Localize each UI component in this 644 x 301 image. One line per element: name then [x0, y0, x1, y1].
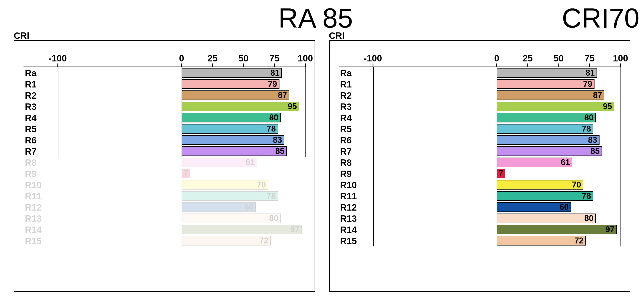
bar-row: R480 — [24, 112, 306, 123]
chart-right-axis: -1000255075100 — [339, 53, 621, 67]
bar-row: R785 — [339, 146, 621, 157]
bar: 95 — [497, 102, 614, 111]
bar: 78 — [497, 191, 593, 201]
bar-row: R395 — [339, 101, 621, 112]
row-label: R14 — [339, 224, 372, 235]
bar: 70 — [497, 180, 583, 190]
bar: 80 — [182, 213, 280, 223]
bar: 95 — [182, 102, 299, 111]
bar-row: R395 — [24, 101, 306, 112]
axis-tick: 100 — [613, 53, 628, 64]
row-label: R3 — [339, 101, 372, 112]
bar: 78 — [182, 124, 278, 134]
bar-value: 70 — [257, 180, 266, 190]
axis-tick: 75 — [584, 53, 595, 64]
axis-tick: -100 — [48, 53, 67, 64]
bar-value: 85 — [590, 146, 600, 156]
row-label: R5 — [24, 124, 57, 134]
bar-row: R1070 — [24, 179, 306, 190]
row-label: R9 — [24, 169, 57, 179]
bar-row: Ra81 — [24, 67, 306, 79]
row-label: R13 — [339, 213, 372, 224]
title-right: CRI70 — [562, 2, 640, 34]
bar: 7 — [182, 169, 190, 178]
bar-row: R1497 — [24, 224, 306, 235]
bar-value: 97 — [606, 225, 614, 234]
bar-value: 97 — [290, 225, 299, 234]
bar-value: 60 — [244, 202, 254, 212]
bar: 78 — [182, 191, 278, 201]
row-label: R11 — [339, 191, 372, 201]
bar-value: 87 — [278, 90, 287, 100]
bar-value: 80 — [269, 213, 278, 223]
axis-tick: 75 — [270, 53, 280, 64]
bar-value: 72 — [574, 236, 584, 245]
bar-row: R1070 — [339, 179, 621, 190]
row-label: R8 — [24, 157, 57, 168]
bar-row: R287 — [339, 90, 621, 101]
bar: 60 — [182, 202, 256, 212]
bar: 83 — [497, 135, 599, 145]
bar-row: R97 — [339, 168, 621, 179]
row-label: R7 — [339, 146, 372, 156]
bar-value: 95 — [288, 102, 297, 111]
bar-value: 70 — [572, 180, 581, 190]
bar-value: 81 — [270, 68, 280, 78]
row-label: R5 — [339, 124, 372, 134]
title-left: RA 85 — [278, 2, 353, 34]
bar-row: R861 — [339, 157, 621, 168]
bar: 85 — [497, 146, 602, 156]
row-label: R7 — [24, 146, 57, 156]
bar: 81 — [182, 68, 282, 78]
bar-value: 61 — [561, 158, 570, 167]
bar: 61 — [182, 158, 257, 167]
bar-value: 78 — [267, 191, 276, 201]
row-label: Ra — [24, 68, 57, 78]
bar: 85 — [182, 146, 287, 156]
axis-tick: 25 — [523, 53, 533, 64]
bar-row: Ra81 — [339, 67, 621, 79]
bar-row: R578 — [339, 123, 621, 135]
bar-row: R578 — [24, 123, 306, 135]
bar-row: R480 — [339, 112, 621, 123]
bar: 60 — [497, 202, 571, 212]
bar-value: 80 — [269, 113, 278, 122]
row-label: R15 — [339, 236, 372, 246]
chart-left-plot: -1000255075100 Ra81R179R287R395R480R578R… — [24, 53, 306, 277]
bar-value: 78 — [582, 191, 591, 201]
row-label: R2 — [339, 90, 372, 101]
bar-value: 80 — [584, 113, 593, 122]
bar-value: 7 — [184, 169, 188, 178]
bar-value: 80 — [584, 213, 593, 223]
bar-row: R861 — [24, 157, 306, 168]
row-label: R11 — [24, 191, 57, 201]
chart-right-frame: -1000255075100 Ra81R179R287R395R480R578R… — [329, 40, 630, 292]
bar-value: 78 — [582, 124, 591, 134]
bar: 80 — [497, 213, 596, 223]
bar: 81 — [497, 68, 597, 78]
bar-row: R1572 — [339, 235, 621, 246]
bar: 83 — [182, 135, 284, 145]
bar-row: R179 — [339, 79, 621, 90]
bar-value: 95 — [603, 102, 612, 111]
row-label: R3 — [24, 101, 57, 112]
bar-row: R1497 — [339, 224, 621, 235]
axis-tick: 50 — [554, 53, 564, 64]
bar-value: 60 — [560, 202, 569, 212]
axis-tick: 0 — [494, 53, 499, 64]
row-label: R4 — [339, 113, 372, 123]
bar-value: 7 — [498, 169, 503, 178]
row-label: R6 — [24, 135, 57, 145]
bar-value: 78 — [267, 124, 276, 134]
bar-row: R287 — [24, 90, 306, 101]
row-label: R8 — [339, 157, 372, 168]
bar: 87 — [497, 90, 604, 100]
row-label: R12 — [339, 202, 372, 212]
row-label: R12 — [24, 202, 57, 212]
chart-right-label: CRI — [329, 31, 345, 41]
bar: 87 — [182, 90, 289, 100]
chart-left-axis: -1000255075100 — [24, 53, 306, 67]
bar-row: R785 — [24, 146, 306, 157]
row-label: R2 — [24, 90, 57, 101]
row-label: R4 — [24, 113, 57, 123]
